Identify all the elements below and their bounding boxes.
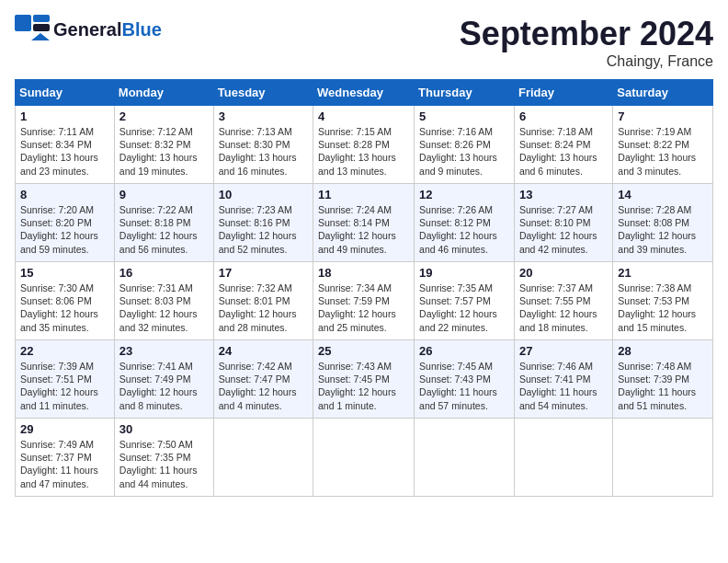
- day-number: 30: [119, 422, 209, 436]
- header: GeneralBlue September 2024 Chaingy, Fran…: [15, 15, 713, 70]
- table-row: 9Sunrise: 7:22 AMSunset: 8:18 PMDaylight…: [114, 184, 213, 262]
- day-number: 25: [318, 344, 409, 358]
- day-number: 23: [119, 344, 209, 358]
- day-number: 18: [318, 266, 409, 280]
- day-info: Sunrise: 7:16 AMSunset: 8:26 PMDaylight:…: [419, 125, 509, 178]
- day-info: Sunrise: 7:48 AMSunset: 7:39 PMDaylight:…: [618, 360, 708, 412]
- col-friday: Friday: [514, 80, 612, 106]
- table-row: 11Sunrise: 7:24 AMSunset: 8:14 PMDayligh…: [313, 184, 415, 262]
- table-row: 18Sunrise: 7:34 AMSunset: 7:59 PMDayligh…: [313, 262, 415, 340]
- day-info: Sunrise: 7:19 AMSunset: 8:22 PMDaylight:…: [618, 125, 708, 178]
- day-info: Sunrise: 7:38 AMSunset: 7:53 PMDaylight:…: [618, 282, 708, 334]
- day-number: 2: [119, 109, 209, 123]
- col-wednesday: Wednesday: [313, 80, 415, 106]
- day-info: Sunrise: 7:46 AMSunset: 7:41 PMDaylight:…: [519, 360, 608, 412]
- day-number: 19: [419, 266, 509, 280]
- day-info: Sunrise: 7:28 AMSunset: 8:08 PMDaylight:…: [618, 203, 708, 256]
- day-number: 11: [318, 188, 409, 201]
- svg-rect-2: [33, 24, 50, 31]
- header-row: Sunday Monday Tuesday Wednesday Thursday…: [16, 80, 713, 106]
- day-info: Sunrise: 7:32 AMSunset: 8:01 PMDaylight:…: [219, 282, 308, 334]
- day-number: 26: [419, 344, 509, 358]
- day-info: Sunrise: 7:24 AMSunset: 8:14 PMDaylight:…: [318, 203, 409, 256]
- day-number: 15: [20, 266, 109, 280]
- day-info: Sunrise: 7:26 AMSunset: 8:12 PMDaylight:…: [419, 203, 509, 256]
- table-row: 16Sunrise: 7:31 AMSunset: 8:03 PMDayligh…: [114, 262, 213, 340]
- logo: GeneralBlue: [15, 15, 162, 44]
- title-area: September 2024 Chaingy, France: [460, 15, 713, 70]
- day-number: 6: [519, 109, 608, 123]
- table-row: 15Sunrise: 7:30 AMSunset: 8:06 PMDayligh…: [16, 262, 115, 340]
- logo-blue: Blue: [121, 19, 161, 40]
- day-info: Sunrise: 7:15 AMSunset: 8:28 PMDaylight:…: [318, 125, 409, 178]
- day-number: 3: [219, 109, 308, 123]
- col-saturday: Saturday: [613, 80, 713, 106]
- day-number: 24: [219, 344, 308, 358]
- svg-rect-1: [33, 15, 50, 22]
- table-row: 6Sunrise: 7:18 AMSunset: 8:24 PMDaylight…: [514, 106, 612, 184]
- day-number: 5: [419, 109, 509, 123]
- logo-icon: [15, 15, 50, 44]
- week-row-3: 15Sunrise: 7:30 AMSunset: 8:06 PMDayligh…: [16, 262, 713, 340]
- day-info: Sunrise: 7:31 AMSunset: 8:03 PMDaylight:…: [119, 282, 209, 334]
- day-info: Sunrise: 7:20 AMSunset: 8:20 PMDaylight:…: [20, 203, 109, 256]
- day-info: Sunrise: 7:13 AMSunset: 8:30 PMDaylight:…: [219, 125, 308, 178]
- day-number: 12: [419, 188, 509, 201]
- table-row: 2Sunrise: 7:12 AMSunset: 8:32 PMDaylight…: [114, 106, 213, 184]
- table-row: [613, 419, 713, 497]
- table-row: 1Sunrise: 7:11 AMSunset: 8:34 PMDaylight…: [16, 106, 115, 184]
- logo-general: General: [53, 19, 121, 40]
- day-number: 8: [20, 188, 109, 201]
- table-row: 14Sunrise: 7:28 AMSunset: 8:08 PMDayligh…: [613, 184, 713, 262]
- svg-marker-3: [31, 33, 50, 40]
- week-row-5: 29Sunrise: 7:49 AMSunset: 7:37 PMDayligh…: [16, 419, 713, 497]
- table-row: 17Sunrise: 7:32 AMSunset: 8:01 PMDayligh…: [213, 262, 313, 340]
- table-row: 26Sunrise: 7:45 AMSunset: 7:43 PMDayligh…: [415, 340, 515, 419]
- day-number: 27: [519, 344, 608, 358]
- svg-rect-0: [15, 15, 31, 31]
- day-number: 7: [618, 109, 708, 123]
- table-row: 19Sunrise: 7:35 AMSunset: 7:57 PMDayligh…: [415, 262, 515, 340]
- day-number: 4: [318, 109, 409, 123]
- week-row-4: 22Sunrise: 7:39 AMSunset: 7:51 PMDayligh…: [16, 340, 713, 419]
- table-row: 4Sunrise: 7:15 AMSunset: 8:28 PMDaylight…: [313, 106, 415, 184]
- table-row: [213, 419, 313, 497]
- table-row: 12Sunrise: 7:26 AMSunset: 8:12 PMDayligh…: [415, 184, 515, 262]
- table-row: 25Sunrise: 7:43 AMSunset: 7:45 PMDayligh…: [313, 340, 415, 419]
- day-number: 21: [618, 266, 708, 280]
- month-title: September 2024: [460, 15, 713, 53]
- table-row: 27Sunrise: 7:46 AMSunset: 7:41 PMDayligh…: [514, 340, 612, 419]
- day-info: Sunrise: 7:41 AMSunset: 7:49 PMDaylight:…: [119, 360, 209, 412]
- week-row-1: 1Sunrise: 7:11 AMSunset: 8:34 PMDaylight…: [16, 106, 713, 184]
- day-info: Sunrise: 7:18 AMSunset: 8:24 PMDaylight:…: [519, 125, 608, 178]
- table-row: 24Sunrise: 7:42 AMSunset: 7:47 PMDayligh…: [213, 340, 313, 419]
- day-info: Sunrise: 7:43 AMSunset: 7:45 PMDaylight:…: [318, 360, 409, 412]
- table-row: [514, 419, 612, 497]
- table-row: 30Sunrise: 7:50 AMSunset: 7:35 PMDayligh…: [114, 419, 213, 497]
- table-row: 8Sunrise: 7:20 AMSunset: 8:20 PMDaylight…: [16, 184, 115, 262]
- table-row: 10Sunrise: 7:23 AMSunset: 8:16 PMDayligh…: [213, 184, 313, 262]
- table-row: 23Sunrise: 7:41 AMSunset: 7:49 PMDayligh…: [114, 340, 213, 419]
- day-info: Sunrise: 7:11 AMSunset: 8:34 PMDaylight:…: [20, 125, 109, 178]
- day-info: Sunrise: 7:42 AMSunset: 7:47 PMDaylight:…: [219, 360, 308, 412]
- day-info: Sunrise: 7:50 AMSunset: 7:35 PMDaylight:…: [119, 438, 209, 490]
- day-number: 1: [20, 109, 109, 123]
- day-info: Sunrise: 7:12 AMSunset: 8:32 PMDaylight:…: [119, 125, 209, 178]
- table-row: 28Sunrise: 7:48 AMSunset: 7:39 PMDayligh…: [613, 340, 713, 419]
- table-row: 22Sunrise: 7:39 AMSunset: 7:51 PMDayligh…: [16, 340, 115, 419]
- table-row: 21Sunrise: 7:38 AMSunset: 7:53 PMDayligh…: [613, 262, 713, 340]
- day-info: Sunrise: 7:34 AMSunset: 7:59 PMDaylight:…: [318, 282, 409, 334]
- day-info: Sunrise: 7:45 AMSunset: 7:43 PMDaylight:…: [419, 360, 509, 412]
- day-number: 13: [519, 188, 608, 201]
- col-sunday: Sunday: [16, 80, 115, 106]
- col-thursday: Thursday: [415, 80, 515, 106]
- day-info: Sunrise: 7:37 AMSunset: 7:55 PMDaylight:…: [519, 282, 608, 334]
- calendar-table: Sunday Monday Tuesday Wednesday Thursday…: [15, 79, 713, 497]
- day-number: 16: [119, 266, 209, 280]
- col-tuesday: Tuesday: [213, 80, 313, 106]
- table-row: 3Sunrise: 7:13 AMSunset: 8:30 PMDaylight…: [213, 106, 313, 184]
- table-row: 13Sunrise: 7:27 AMSunset: 8:10 PMDayligh…: [514, 184, 612, 262]
- table-row: 20Sunrise: 7:37 AMSunset: 7:55 PMDayligh…: [514, 262, 612, 340]
- location: Chaingy, France: [460, 53, 713, 70]
- day-info: Sunrise: 7:39 AMSunset: 7:51 PMDaylight:…: [20, 360, 109, 412]
